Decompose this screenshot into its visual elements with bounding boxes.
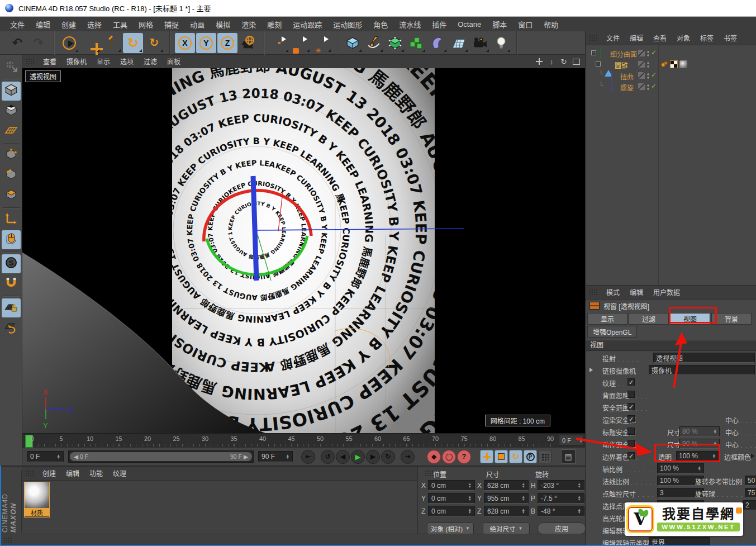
viewport-canvas[interactable]: KEEP CURIOSITY B Y KEEP LEARNING 馬鹿野郎 AU…	[22, 68, 585, 433]
add-cube-button[interactable]	[343, 33, 363, 53]
visibility-dots-icon[interactable]	[647, 50, 649, 56]
tab-显示[interactable]: 显示	[587, 313, 627, 325]
viewport-menu-item-3[interactable]: 选项	[115, 57, 139, 67]
object-name[interactable]: 圆锥	[615, 60, 628, 70]
object-name[interactable]: 扭曲	[620, 72, 634, 81]
panel-drag-handle[interactable]	[589, 35, 598, 41]
position-y-field[interactable]: 0 cm▲▼	[428, 493, 475, 504]
current-frame-field[interactable]: 0 F ▲▼	[559, 435, 583, 445]
coordinate-system-button[interactable]	[239, 33, 259, 53]
tab-背景[interactable]: 背景	[711, 313, 752, 325]
toggle-view-icon[interactable]	[572, 57, 581, 66]
menu-item-0[interactable]: 文件	[4, 17, 30, 31]
axis-mode-button[interactable]	[2, 210, 21, 229]
section-header-view[interactable]: 视图	[586, 340, 756, 351]
rotation-p-field[interactable]: -7.5 °▲▼	[538, 493, 584, 504]
attribute-menu-item-1[interactable]: 编辑	[625, 288, 648, 298]
add-mograph-button[interactable]	[406, 33, 426, 53]
render-to-picture-viewer-button[interactable]	[291, 33, 311, 53]
menu-item-13[interactable]: 角色	[368, 17, 393, 31]
field-旋转球[interactable]: 75 %	[745, 488, 756, 498]
make-editable-button[interactable]	[2, 58, 21, 77]
checkbox-标题安全框[interactable]	[627, 428, 635, 435]
playback-end-field[interactable]: 90 F▲▼	[258, 451, 293, 462]
key-pla-button[interactable]	[538, 450, 551, 463]
rotation-h-field[interactable]: -203 °▲▼	[538, 480, 584, 491]
checkbox-背面忽略[interactable]	[627, 391, 635, 398]
size-mode-dropdown[interactable]: 绝对尺寸▼	[483, 523, 530, 534]
flyout-arrow-icon[interactable]	[751, 454, 754, 458]
tab-视图[interactable]: 视图	[670, 313, 710, 325]
lock-x-button[interactable]: X	[175, 33, 195, 53]
field-旋转参考带比例[interactable]: 50 %	[745, 476, 756, 486]
move-button[interactable]	[80, 33, 101, 53]
panel-drag-handle[interactable]	[3, 537, 12, 544]
workplane-options-button[interactable]	[2, 319, 21, 338]
menu-item-17[interactable]: 脚本	[487, 17, 512, 31]
enabled-check-icon[interactable]: ✓	[651, 49, 657, 56]
visibility-dots-icon[interactable]	[647, 73, 649, 79]
enabled-check-icon[interactable]: ✓	[651, 82, 657, 90]
snap-settings-button[interactable]	[2, 274, 21, 293]
last-used-tool-button[interactable]: ↻	[144, 33, 164, 53]
object-row-圆锥[interactable]: -圆锥	[586, 59, 756, 70]
viewport-menu-item-0[interactable]: 查看	[38, 57, 61, 67]
size-z-field[interactable]: 628 cm▲▼	[484, 506, 529, 516]
tab-enhanced-opengl[interactable]: 增强OpenGL	[587, 326, 637, 338]
add-floor-button[interactable]	[449, 33, 469, 53]
material-menu-item-3[interactable]: 纹理	[108, 469, 131, 479]
viewport-menu-item-4[interactable]: 过滤	[139, 57, 162, 67]
goto-start-button[interactable]: ⇤	[301, 450, 315, 464]
play-loop-button[interactable]: ↻	[381, 450, 395, 464]
material-menu-item-0[interactable]: 创建	[37, 469, 61, 479]
material-menu-item-2[interactable]: 功能	[84, 469, 108, 479]
viewport-label[interactable]: 透视视图	[25, 70, 61, 82]
menu-item-7[interactable]: 动画	[184, 17, 210, 31]
menu-item-10[interactable]: 雕刻	[261, 17, 287, 31]
object-manager-menu-item-4[interactable]: 标签	[695, 34, 719, 44]
goto-end-button[interactable]: ⇥	[401, 450, 415, 464]
position-mode-dropdown[interactable]: 对象 (相对)▼	[427, 523, 474, 534]
layer-toggle[interactable]	[638, 83, 645, 90]
key-scale-button[interactable]	[495, 450, 508, 463]
menu-item-2[interactable]: 创建	[56, 17, 82, 31]
menu-item-1[interactable]: 编辑	[30, 17, 56, 31]
object-manager-menu-item-5[interactable]: 书签	[719, 34, 742, 44]
render-view-button[interactable]	[269, 33, 289, 53]
object-manager-menu-item-2[interactable]: 查看	[648, 34, 672, 44]
viewport-menu-item-1[interactable]: 摄像机	[61, 57, 92, 67]
object-name[interactable]: 细分曲面	[610, 49, 637, 59]
rotate-button[interactable]: ↻	[123, 33, 143, 53]
visibility-dots-icon[interactable]	[647, 84, 649, 90]
tab-过滤[interactable]: 过滤	[629, 313, 669, 325]
menu-item-19[interactable]: 帮助	[538, 17, 564, 31]
object-manager-menu-item-1[interactable]: 编辑	[625, 34, 648, 44]
menu-item-16[interactable]: Octane	[452, 18, 487, 30]
autokey-toggle-button[interactable]: ◯	[442, 450, 456, 464]
lock-workplane-button[interactable]	[2, 298, 21, 317]
panel-drag-handle[interactable]	[25, 470, 34, 477]
expand-toggle[interactable]: -	[591, 50, 596, 55]
object-row-细分曲面[interactable]: -细分曲面✓	[586, 48, 756, 59]
model-mode-button[interactable]	[2, 82, 21, 101]
object-row-螺旋[interactable]: └螺旋✓	[586, 81, 756, 92]
tweak-mode-button[interactable]	[2, 230, 21, 249]
lock-y-button[interactable]: Y	[196, 33, 216, 53]
menu-item-15[interactable]: 插件	[426, 17, 452, 31]
layer-toggle[interactable]	[638, 50, 645, 56]
menu-item-9[interactable]: 渲染	[236, 17, 261, 31]
expander-icon[interactable]	[589, 368, 593, 372]
material-menu-item-1[interactable]: 编辑	[61, 469, 84, 479]
add-deformer-button[interactable]	[427, 33, 448, 53]
redo-button[interactable]: ↷	[28, 33, 49, 53]
record-keyframe-button[interactable]: ◆	[427, 450, 441, 464]
lock-z-button[interactable]: Z	[217, 33, 237, 53]
checkbox-边界着色[interactable]: ✓	[627, 452, 635, 459]
playback-range-bar[interactable]: ◀ 0 F90 F ▶	[70, 452, 252, 461]
panel-drag-handle[interactable]	[589, 289, 598, 296]
playback-range-slider[interactable]: ◀ 0 F90 F ▶	[68, 450, 254, 463]
enabled-check-icon[interactable]: ✓	[651, 71, 657, 79]
field-尺寸[interactable]: 90 %▲▼	[679, 439, 720, 449]
timeline-ruler[interactable]: 051015202530354045505560657075808590 0 F…	[22, 433, 585, 448]
visibility-dots-icon[interactable]	[647, 61, 649, 68]
